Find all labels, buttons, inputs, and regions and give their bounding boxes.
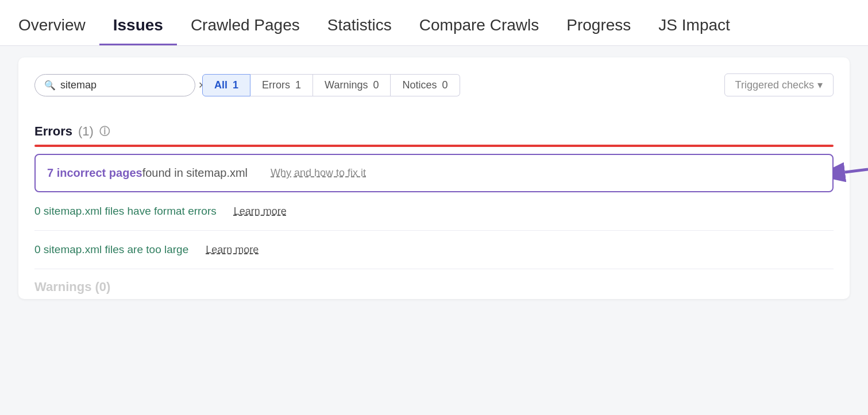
- filter-tab-notices[interactable]: Notices 0: [391, 74, 460, 96]
- search-input[interactable]: [60, 79, 194, 91]
- purple-arrow-icon: [834, 149, 868, 195]
- errors-count: (1): [78, 124, 94, 139]
- errors-label: Errors: [34, 124, 72, 139]
- learn-more-format-link[interactable]: Learn more: [234, 205, 287, 218]
- warnings-section-header: Warnings (0): [34, 269, 834, 299]
- top-navigation: Overview Issues Crawled Pages Statistics…: [0, 0, 868, 46]
- filter-tab-warnings[interactable]: Warnings 0: [313, 74, 391, 96]
- issue-text: found in sitemap.xml: [142, 166, 248, 180]
- info-icon[interactable]: ⓘ: [99, 125, 110, 138]
- tab-overview[interactable]: Overview: [18, 16, 99, 45]
- arrow-annotation: [834, 149, 868, 197]
- search-icon: 🔍: [44, 80, 56, 91]
- chevron-down-icon: ▾: [817, 79, 823, 91]
- tab-js-impact[interactable]: JS Impact: [645, 16, 743, 45]
- highlighted-issue-container: 7 incorrect pages found in sitemap.xml W…: [34, 154, 834, 192]
- highlighted-issue-row: 7 incorrect pages found in sitemap.xml W…: [34, 154, 834, 192]
- filter-panel: 🔍 ✕ All 1 Errors 1 Warnings 0 Noti: [18, 57, 850, 299]
- filter-tab-all[interactable]: All 1: [202, 74, 250, 96]
- tab-compare-crawls[interactable]: Compare Crawls: [406, 16, 553, 45]
- search-box[interactable]: 🔍 ✕: [34, 74, 195, 96]
- tab-statistics[interactable]: Statistics: [314, 16, 406, 45]
- format-errors-text: 0 sitemap.xml files have format errors: [34, 205, 217, 218]
- filter-tab-errors[interactable]: Errors 1: [250, 74, 313, 96]
- triggered-checks-dropdown[interactable]: Triggered checks ▾: [724, 73, 834, 96]
- issue-link[interactable]: 7 incorrect pages: [47, 166, 142, 180]
- fix-link[interactable]: Why and how to fix it: [271, 167, 366, 179]
- errors-section-header: Errors (1) ⓘ: [34, 113, 834, 139]
- format-errors-row: 0 sitemap.xml files have format errors L…: [34, 192, 834, 231]
- tab-progress[interactable]: Progress: [553, 16, 645, 45]
- tab-crawled-pages[interactable]: Crawled Pages: [177, 16, 314, 45]
- too-large-text: 0 sitemap.xml files are too large: [34, 243, 188, 256]
- learn-more-large-link[interactable]: Learn more: [206, 244, 259, 256]
- main-content: 🔍 ✕ All 1 Errors 1 Warnings 0 Noti: [0, 46, 868, 311]
- filter-tabs: All 1 Errors 1 Warnings 0 Notices 0: [202, 74, 460, 96]
- too-large-row: 0 sitemap.xml files are too large Learn …: [34, 231, 834, 269]
- filter-row: 🔍 ✕ All 1 Errors 1 Warnings 0 Noti: [34, 73, 834, 96]
- tab-issues[interactable]: Issues: [99, 16, 177, 45]
- red-divider: [34, 145, 834, 147]
